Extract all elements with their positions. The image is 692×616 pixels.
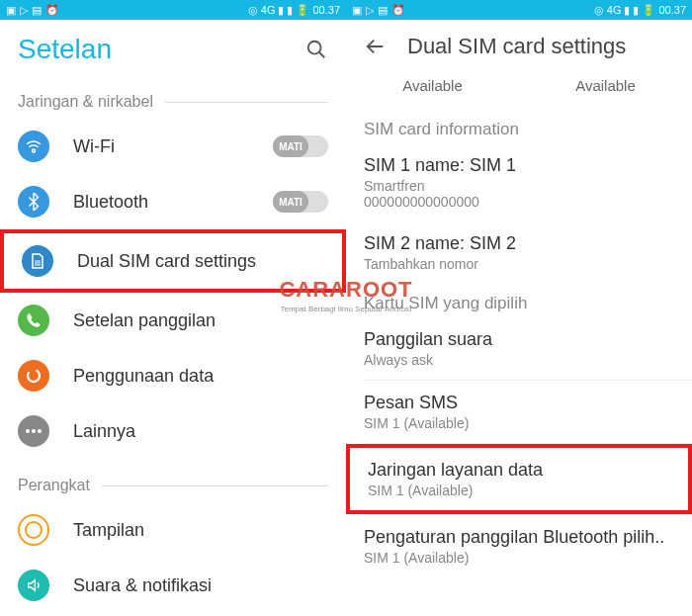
- battery-icon: 🔋: [642, 4, 655, 17]
- signal-1-icon: ▮: [624, 4, 630, 17]
- sms-item[interactable]: Pesan SMS SIM 1 (Available): [346, 381, 692, 443]
- sound-label: Suara & notifikasi: [73, 575, 328, 596]
- signal-2-icon: ▮: [633, 4, 639, 17]
- play-icon: ▷: [20, 4, 28, 17]
- notif-icon: ▣: [6, 4, 16, 17]
- data-title: Jaringan layanan data: [368, 460, 670, 481]
- notif-icon: ▣: [352, 4, 362, 17]
- bt-call-item[interactable]: Pengaturan panggilan Bluetooth pilih.. S…: [346, 515, 692, 577]
- sim-icon: [22, 245, 53, 277]
- data-label: Penggunaan data: [73, 366, 328, 387]
- right-pane: ▣ ▷ ▤ ⏰ ◎ 4G ▮ ▮ 🔋 00.37 Dual SIM card s…: [346, 0, 692, 616]
- item-wifi[interactable]: Wi-Fi MATI: [0, 119, 346, 174]
- battery-icon: 🔋: [296, 4, 309, 17]
- bluetooth-toggle[interactable]: MATI: [273, 191, 328, 213]
- wifi-label: Wi-Fi: [73, 136, 273, 157]
- bluetooth-label: Bluetooth: [73, 192, 273, 213]
- call-label: Setelan panggilan: [73, 310, 328, 331]
- page-title: Setelan: [18, 34, 304, 65]
- signal-1-icon: ▮: [278, 4, 284, 17]
- svg-point-0: [308, 42, 321, 54]
- sd-icon: ▤: [378, 4, 388, 17]
- item-call[interactable]: Setelan panggilan: [0, 293, 346, 348]
- item-more[interactable]: Lainnya: [0, 403, 346, 459]
- header-right: Dual SIM card settings: [346, 20, 692, 69]
- svg-rect-2: [35, 260, 41, 266]
- hotspot-icon: ◎: [594, 4, 604, 17]
- data-sub: SIM 1 (Available): [368, 483, 670, 498]
- section-network-label: Jaringan & nirkabel: [18, 93, 153, 111]
- sim2-info[interactable]: SIM 2 name: SIM 2 Tambahkan nomor: [346, 221, 692, 284]
- bt-sub: SIM 1 (Available): [364, 550, 674, 566]
- signal-2-icon: ▮: [287, 4, 293, 17]
- wifi-icon: [18, 131, 49, 162]
- status-bar-right: ▣ ▷ ▤ ⏰ ◎ 4G ▮ ▮ 🔋 00.37: [346, 0, 692, 20]
- sms-title: Pesan SMS: [364, 393, 674, 413]
- item-display[interactable]: Tampilan: [0, 502, 346, 558]
- bt-title: Pengaturan panggilan Bluetooth pilih..: [364, 527, 674, 548]
- voice-title: Panggilan suara: [364, 329, 674, 350]
- page-title-right: Dual SIM card settings: [407, 34, 674, 59]
- display-label: Tampilan: [73, 520, 328, 541]
- bluetooth-icon: [18, 186, 49, 218]
- item-sound[interactable]: Suara & notifikasi: [0, 558, 346, 613]
- item-bluetooth[interactable]: Bluetooth MATI: [0, 174, 346, 229]
- sound-icon: [18, 570, 49, 601]
- more-label: Lainnya: [73, 421, 328, 442]
- wifi-toggle[interactable]: MATI: [273, 135, 328, 157]
- network-label: 4G: [607, 4, 622, 16]
- clock-icon: ⏰: [45, 4, 59, 17]
- play-icon: ▷: [366, 4, 374, 17]
- svg-point-3: [28, 370, 40, 382]
- availability-row: Available Available: [346, 69, 692, 110]
- sim2-add: Tambahkan nomor: [364, 256, 674, 272]
- sim2-available[interactable]: Available: [519, 77, 692, 94]
- section-device-header: Perangkat: [0, 459, 346, 502]
- sim1-name: SIM 1 name: SIM 1: [364, 155, 674, 176]
- item-dual-sim[interactable]: Dual SIM card settings: [0, 229, 346, 293]
- clock-time: 00.37: [658, 4, 686, 16]
- hotspot-icon: ◎: [248, 4, 258, 17]
- dual-sim-label: Dual SIM card settings: [77, 251, 324, 272]
- sim1-available[interactable]: Available: [346, 77, 519, 94]
- sim-info-header: SIM card information: [346, 110, 692, 143]
- status-bar: ▣ ▷ ▤ ⏰ ◎ 4G ▮ ▮ 🔋 00.37: [0, 0, 346, 20]
- data-icon: [18, 360, 49, 392]
- sim1-info[interactable]: SIM 1 name: SIM 1 Smartfren 000000000000…: [346, 143, 692, 221]
- clock-icon: ⏰: [391, 4, 405, 17]
- data-network-item[interactable]: Jaringan layanan data SIM 1 (Available): [346, 444, 692, 514]
- network-label: 4G: [261, 4, 276, 16]
- back-icon[interactable]: [364, 35, 388, 58]
- sim1-number: 000000000000000: [364, 194, 674, 210]
- phone-icon: [18, 305, 49, 336]
- preferred-header: Kartu SIM yang dipilih: [346, 284, 692, 317]
- left-pane: ▣ ▷ ▤ ⏰ ◎ 4G ▮ ▮ 🔋 00.37 Setelan Jaringa…: [0, 0, 346, 616]
- voice-call-item[interactable]: Panggilan suara Always ask: [346, 317, 692, 380]
- search-icon[interactable]: [304, 38, 328, 61]
- wifi-toggle-label: MATI: [273, 135, 308, 157]
- clock-time: 00.37: [312, 4, 340, 16]
- sd-icon: ▤: [32, 4, 42, 17]
- sim2-name: SIM 2 name: SIM 2: [364, 233, 674, 254]
- svg-line-1: [319, 52, 325, 58]
- section-network-header: Jaringan & nirkabel: [0, 75, 346, 119]
- sim1-carrier: Smartfren: [364, 178, 674, 194]
- section-device-label: Perangkat: [18, 477, 90, 494]
- bluetooth-toggle-label: MATI: [273, 191, 308, 213]
- item-data-usage[interactable]: Penggunaan data: [0, 348, 346, 403]
- display-icon: [18, 514, 49, 546]
- sms-sub: SIM 1 (Available): [364, 415, 674, 431]
- more-icon: [18, 415, 49, 447]
- header-left: Setelan: [0, 20, 346, 75]
- voice-sub: Always ask: [364, 352, 674, 368]
